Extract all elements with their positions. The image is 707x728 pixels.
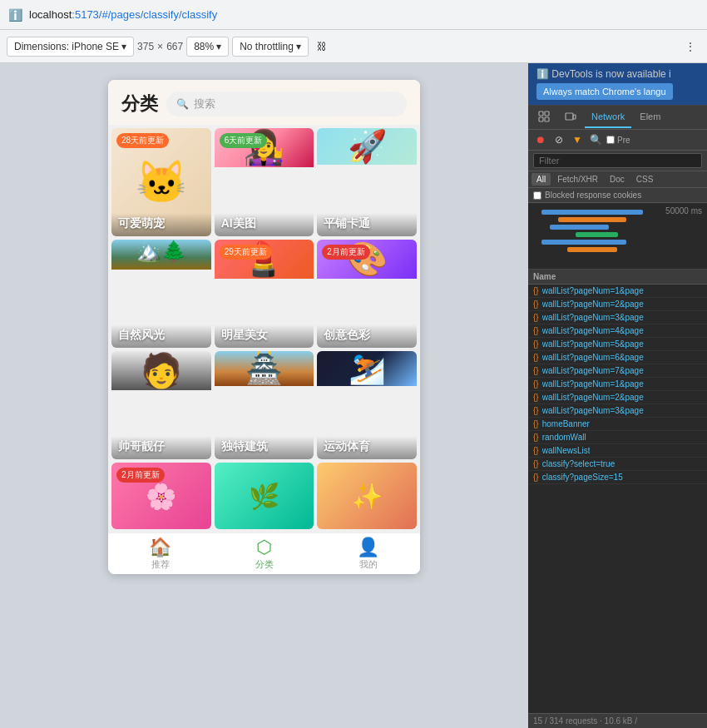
request-name: wallList?pageNum=3&page xyxy=(542,313,644,322)
record-btn[interactable]: ⏺ xyxy=(533,132,548,147)
request-icon: {} xyxy=(533,366,539,375)
table-row[interactable]: {} wallList?pageNum=4&page xyxy=(528,324,707,338)
clear-btn[interactable]: ⊘ xyxy=(551,132,566,147)
pre-checkbox[interactable] xyxy=(606,136,615,144)
match-chrome-btn[interactable]: Always match Chrome's langu xyxy=(536,83,673,100)
table-row[interactable]: {} wallList?pageNum=3&page xyxy=(528,404,707,418)
width-field: 375 xyxy=(137,41,154,52)
category-label: AI美图 xyxy=(215,213,314,236)
devtools-footer: 15 / 314 requests · 10.6 kB / xyxy=(528,713,707,728)
waterfall-chart: 50000 ms xyxy=(528,203,707,270)
devtools-panel: ℹ️ DevTools is now available i Always ma… xyxy=(528,63,707,728)
list-item[interactable]: 🐱 28天前更新 可爱萌宠 xyxy=(111,128,211,236)
table-row[interactable]: {} wallList?pageNum=6&page xyxy=(528,351,707,364)
blocked-cookies-checkbox[interactable] xyxy=(533,191,541,200)
request-name: wallList?pageNum=2&page xyxy=(542,300,644,309)
network-conditions-icon: ⛓ xyxy=(317,41,327,52)
request-icon: {} xyxy=(533,446,539,455)
search-bar[interactable]: 🔍 搜索 xyxy=(166,92,407,116)
app-header: 分类 🔍 搜索 xyxy=(108,80,420,125)
network-conditions-btn[interactable]: ⛓ xyxy=(312,37,332,56)
blocked-cookies-row: Blocked response cookies xyxy=(528,188,707,203)
category-label: 运动体育 xyxy=(317,436,417,459)
nav-item-home[interactable]: 🏠 推荐 xyxy=(108,538,212,571)
classify-icon: ⬡ xyxy=(256,538,272,557)
tab-elements-panel[interactable]: Elem xyxy=(633,106,667,128)
table-row[interactable]: {} wallList?pageNum=7&page xyxy=(528,364,707,378)
request-name: wallList?pageNum=7&page xyxy=(542,366,644,375)
table-row[interactable]: {} randomWall xyxy=(528,431,707,444)
request-name: classify?pageSize=15 xyxy=(542,473,623,482)
height-field: 667 xyxy=(166,41,183,52)
list-item[interactable]: ✨ xyxy=(317,463,417,529)
filter-area xyxy=(528,151,707,171)
category-label: 可爱萌宠 xyxy=(111,213,211,236)
search-placeholder: 搜索 xyxy=(194,97,215,111)
request-name: wallList?pageNum=3&page xyxy=(542,406,644,415)
list-item[interactable]: 🚀 平铺卡通 xyxy=(317,128,417,236)
home-icon: 🏠 xyxy=(149,538,171,557)
list-item[interactable]: 👩‍🎤 6天前更新 AI美图 xyxy=(215,128,314,236)
filter-input[interactable] xyxy=(533,153,702,168)
tab-responsive[interactable] xyxy=(558,106,583,129)
badge: 29天前更新 xyxy=(220,245,272,260)
table-row[interactable]: {} classify?select=true xyxy=(528,458,707,471)
filter-tab-all[interactable]: All xyxy=(531,173,551,186)
security-icon: ℹ️ xyxy=(8,8,22,22)
list-item[interactable]: 🎨 2月前更新 创意色彩 xyxy=(317,240,417,348)
request-icon: {} xyxy=(533,339,539,349)
url-bar: localhost:5173/#/pages/classify/classify xyxy=(29,8,217,21)
list-item[interactable]: 🧑 帅哥靓仔 xyxy=(111,351,211,459)
dimensions-dropdown[interactable]: Dimensions: iPhone SE ▾ xyxy=(7,37,134,57)
table-row[interactable]: {} wallList?pageNum=5&page xyxy=(528,338,707,351)
nav-item-profile[interactable]: 👤 我的 xyxy=(316,538,420,571)
request-icon: {} xyxy=(533,313,539,322)
table-row[interactable]: {} wallList?pageNum=1&page xyxy=(528,285,707,298)
filter-tab-fetch[interactable]: Fetch/XHR xyxy=(552,173,603,186)
filter-tab-doc[interactable]: Doc xyxy=(605,173,630,186)
more-options-btn[interactable]: ⋮ xyxy=(680,37,700,56)
badge: 2月前更新 xyxy=(116,468,165,483)
filter-tab-css[interactable]: CSS xyxy=(631,173,659,186)
request-icon: {} xyxy=(533,406,539,415)
request-name: wallNewsList xyxy=(542,446,591,455)
search-network-btn[interactable]: 🔍 xyxy=(588,132,603,147)
tab-network[interactable]: Network xyxy=(585,106,631,128)
request-icon: {} xyxy=(533,326,539,335)
list-item[interactable]: 🌸 2月前更新 xyxy=(111,463,211,529)
table-row[interactable]: {} wallList?pageNum=3&page xyxy=(528,311,707,324)
category-label: 独特建筑 xyxy=(215,436,314,459)
browser-address-bar: ℹ️ localhost:5173/#/pages/classify/class… xyxy=(0,0,707,30)
category-label: 自然风光 xyxy=(111,324,211,348)
svg-rect-1 xyxy=(545,111,549,116)
nav-item-classify[interactable]: ⬡ 分类 xyxy=(212,538,316,571)
request-icon: {} xyxy=(533,353,539,362)
page-title: 分类 xyxy=(121,92,158,116)
list-item[interactable]: 🏔️🌲 自然风光 xyxy=(111,240,211,348)
request-icon: {} xyxy=(533,473,539,482)
zoom-dropdown[interactable]: 88% ▾ xyxy=(186,37,229,57)
nav-label-home: 推荐 xyxy=(151,558,170,571)
pre-label: Pre xyxy=(617,136,630,145)
nav-label-classify: 分类 xyxy=(255,558,274,571)
table-row[interactable]: {} wallNewsList xyxy=(528,444,707,458)
waterfall-time-label: 50000 ms xyxy=(665,206,702,215)
tab-elements[interactable] xyxy=(531,106,556,129)
network-request-list[interactable]: {} wallList?pageNum=1&page {} wallList?p… xyxy=(528,285,707,713)
badge: 2月前更新 xyxy=(322,245,370,260)
table-row[interactable]: {} wallList?pageNum=2&page xyxy=(528,391,707,404)
table-row[interactable]: {} homeBanner xyxy=(528,418,707,431)
throttling-dropdown[interactable]: No throttling ▾ xyxy=(232,37,309,57)
request-name: wallList?pageNum=1&page xyxy=(542,379,644,389)
table-row[interactable]: {} wallList?pageNum=1&page xyxy=(528,378,707,391)
blocked-cookies-label: Blocked response cookies xyxy=(545,191,641,200)
filter-btn[interactable]: ▼ xyxy=(570,132,585,147)
phone-frame: 分类 🔍 搜索 🐱 28天前更新 可爱萌宠 👩‍🎤 6天前更新 AI美图 xyxy=(108,80,420,574)
table-row[interactable]: {} wallList?pageNum=2&page xyxy=(528,298,707,311)
list-item[interactable]: 🏯 独特建筑 xyxy=(215,351,314,459)
list-item[interactable]: 🌿 xyxy=(215,463,314,529)
list-item[interactable]: 💄 29天前更新 明星美女 xyxy=(215,240,314,348)
table-row[interactable]: {} classify?pageSize=15 xyxy=(528,471,707,484)
svg-rect-4 xyxy=(566,113,573,120)
list-item[interactable]: ⛷️ 运动体育 xyxy=(317,351,417,459)
